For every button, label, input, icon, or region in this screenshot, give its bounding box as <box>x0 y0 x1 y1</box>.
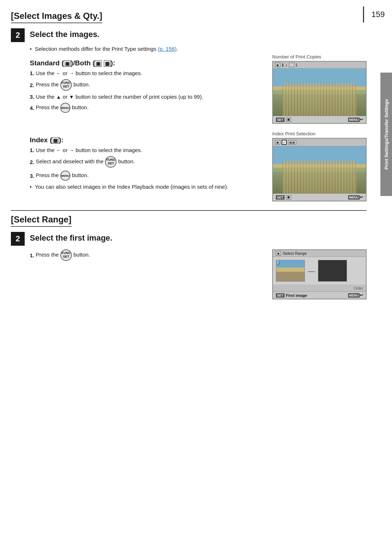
step2-bullet: Selection methods differ for the Print T… <box>35 46 367 52</box>
standard-screen: ▣ 1 ↕ □ 1 <box>272 61 367 124</box>
set-tag-1: SET <box>276 118 285 122</box>
screen-num2: 1 <box>295 63 298 67</box>
index-section: Index (▦): 1. Use the ← or → button to s… <box>30 131 367 205</box>
range-screen-toolbar: ▣ Select Range <box>273 250 366 257</box>
section2-step1-num: 1. <box>30 252 34 258</box>
section2-step1: 1. Press the FUNCSET button. <box>30 249 265 261</box>
range-img-num: 3 <box>277 261 279 265</box>
standard-screen-toolbar: ▣ 1 ↕ □ 1 <box>273 62 366 69</box>
standard-col-left: Standard (▣)/Both (▣ ▦): 1. Use the ← or… <box>30 54 265 127</box>
section2-header: [Select Range] <box>11 214 72 227</box>
index-screen-bottom: SET ▣ MENU↩ <box>273 193 366 201</box>
sidebar-label-text: Print Settings/Transfer Settings <box>384 99 389 169</box>
standard-col-right: Number of Print Copies ▣ 1 ↕ □ 1 <box>272 54 367 127</box>
menu-back-2: MENU↩ <box>348 195 363 200</box>
screen-bottom-icon-2: ▣ <box>286 195 291 200</box>
section2-step1-text: Press the FUNCSET button. <box>36 249 90 261</box>
main-content: [Select Images & Qty.] 2 Select the imag… <box>0 0 377 552</box>
func-set-btn-1: FUNCSET <box>60 79 72 91</box>
step2-link[interactable]: (p. 156) <box>158 46 177 52</box>
range-menu-back: MENU↩ <box>348 293 363 298</box>
menu-back-1: MENU↩ <box>348 117 363 122</box>
section2-col-right: ▣ Select Range 3 — <box>272 249 367 299</box>
index-col-left: Index (▦): 1. Use the ← or → button to s… <box>30 131 265 205</box>
standard-screen-image <box>273 69 366 116</box>
standard-step4-text: Press the MENU button. <box>36 103 89 113</box>
func-set-btn-3: FUNCSET <box>60 249 72 261</box>
index-screen: ▣ ✓ ▦▦ <box>272 138 367 201</box>
step2-title: Select the images. <box>30 28 99 39</box>
screen-arrow: ↕ <box>285 63 287 67</box>
set-tag-2: SET <box>276 195 285 200</box>
index-bullet: You can also select images in the Index … <box>35 184 265 190</box>
step2-block: 2 Select the images. <box>11 28 367 42</box>
index-caption: Index Print Selection <box>272 131 367 136</box>
beach-image-sim <box>273 69 366 116</box>
index-step3: 3. Press the MENU button. <box>30 171 265 181</box>
set-tag-3: SET <box>276 293 285 298</box>
range-images-row: 3 — <box>273 257 366 285</box>
section2-step2-number: 2 <box>11 232 25 246</box>
range-screen: ▣ Select Range 3 — <box>272 249 367 299</box>
section2-content: 1. Press the FUNCSET button. ▣ Select Ra… <box>30 249 367 299</box>
index-step1-num: 1. <box>30 147 34 153</box>
section2-col-left: 1. Press the FUNCSET button. <box>30 249 265 299</box>
range-title: Select Range <box>283 251 307 255</box>
section-divider <box>11 210 367 211</box>
range-first-image: First image <box>286 293 307 298</box>
index-screen-toolbar: ▣ ✓ ▦▦ <box>273 139 366 146</box>
standard-step1-num: 1. <box>30 70 34 76</box>
index-step2: 2. Select and deselect with the FUNCSET … <box>30 156 265 168</box>
standard-step2-num: 2. <box>30 82 34 88</box>
index-step3-num: 3. <box>30 173 34 179</box>
beach-image-sim-2 <box>273 146 366 193</box>
menu-tag-3: MENU <box>348 293 360 298</box>
standard-step3-text: Use the ▲ or ▼ button to select the numb… <box>36 94 203 100</box>
index-step2-text: Select and deselect with the FUNCSET but… <box>36 156 135 168</box>
screen-icon1: ▣ <box>275 63 280 67</box>
index-step1: 1. Use the ← or → button to select the i… <box>30 147 265 153</box>
standard-screen-bottom: SET ▣ MENU↩ <box>273 116 366 123</box>
screen-num: 1 <box>282 63 284 67</box>
standard-step1-text: Use the ← or → button to select the imag… <box>36 70 142 76</box>
screen-bottom-icon: ▣ <box>286 118 291 122</box>
index-step1-text: Use the ← or → button to select the imag… <box>36 147 142 153</box>
section1-header: [Select Images & Qty.] <box>11 11 102 23</box>
standard-step2-text: Press the FUNCSET button. <box>36 79 90 91</box>
standard-step4: 4. Press the MENU button. <box>30 103 265 113</box>
standard-step2: 2. Press the FUNCSET button. <box>30 79 265 91</box>
section2-step2-title: Select the first image. <box>30 232 112 243</box>
range-bottom-bar: SET First image MENU↩ <box>273 291 366 299</box>
standard-step1: 1. Use the ← or → button to select the i… <box>30 70 265 76</box>
range-empty <box>318 260 347 282</box>
index-step2-num: 2. <box>30 159 34 165</box>
standard-title: Standard (▣)/Both (▣ ▦): <box>30 59 265 67</box>
menu-btn-1: MENU <box>60 103 70 113</box>
range-img-1: 3 <box>276 260 305 282</box>
standard-step3: 3. Use the ▲ or ▼ button to select the n… <box>30 94 265 100</box>
menu-tag-1: MENU <box>348 118 360 122</box>
range-order-label: Order <box>273 285 366 291</box>
standard-step3-num: 3. <box>30 94 34 100</box>
index-step3-text: Press the MENU button. <box>36 171 89 181</box>
order-text: Order <box>354 286 363 290</box>
index-title: Index (▦): <box>30 136 265 144</box>
screen-icon3: ▣ <box>275 140 280 144</box>
menu-btn-2: MENU <box>60 171 70 181</box>
standard-section: Standard (▣)/Both (▣ ▦): 1. Use the ← or… <box>30 54 367 127</box>
range-set-group: SET First image <box>276 293 307 298</box>
func-set-btn-2: FUNCSET <box>105 156 117 168</box>
sidebar-label: Print Settings/Transfer Settings <box>380 73 392 196</box>
section2-step2-block: 2 Select the first image. <box>11 232 367 246</box>
range-icon: ▣ <box>276 251 281 255</box>
range-img-container: 3 <box>276 260 305 282</box>
step2-number: 2 <box>11 28 25 42</box>
menu-tag-2: MENU <box>348 195 360 200</box>
page-container: 159 Print Settings/Transfer Settings [Se… <box>0 0 392 552</box>
standard-caption: Number of Print Copies <box>272 54 367 60</box>
step2-content: Selection methods differ for the Print T… <box>30 46 367 205</box>
screen-icon4: ▦▦ <box>288 140 296 144</box>
index-screen-image <box>273 146 366 193</box>
index-col-right: Index Print Selection ▣ ✓ ▦▦ <box>272 131 367 205</box>
standard-step4-num: 4. <box>30 105 34 111</box>
